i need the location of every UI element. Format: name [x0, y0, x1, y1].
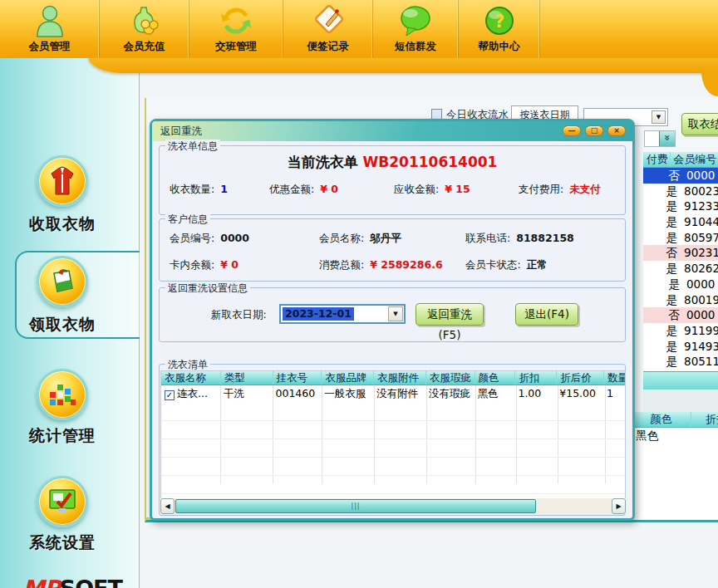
toolbar-item-help[interactable]: ? 帮助中心	[459, 0, 540, 58]
laundry-item-row[interactable]: ✓连衣... 干洗 001460 一般衣服 没有附件 没有瑕疵 黑色 1.00 …	[161, 385, 625, 402]
horizontal-scrollbar: ◀ ||| ▶	[160, 498, 626, 514]
member-name-field: 会员名称:邬丹平	[319, 232, 401, 246]
sidebar-item-pickup-clothes[interactable]: 领取衣物	[0, 314, 125, 336]
redo-wash-button[interactable]: 返回重洗(F5)	[416, 303, 484, 326]
current-order-heading: 当前洗衣单 WB20110614001	[160, 153, 625, 172]
maximize-button[interactable]: □	[585, 125, 603, 136]
toolbar-band	[88, 56, 718, 73]
laundry-table-header: 衣服名称 类型 挂衣号 衣服品牌 衣服附件 衣服瑕疵 颜色 折扣 折后价 数量	[161, 371, 625, 385]
table-row[interactable]: 否90231	[643, 245, 718, 261]
help-icon: ?	[459, 2, 539, 39]
laundry-table: 衣服名称 类型 挂衣号 衣服品牌 衣服附件 衣服瑕疵 颜色 折扣 折后价 数量 …	[160, 370, 626, 501]
toolbar: 会员管理 会员充值 交班管理	[0, 0, 718, 58]
scroll-left-icon[interactable]: ◀	[160, 498, 175, 514]
toolbar-item-sms[interactable]: 短信群发	[373, 0, 459, 58]
phone-field: 联系电话:81882158	[465, 232, 574, 246]
exit-button[interactable]: 退出(F4)	[515, 303, 578, 326]
new-pickup-date-label: 新取衣日期:	[211, 308, 267, 322]
sidebar: 收取衣物 领取衣物 统计管理	[0, 58, 140, 588]
chevron-down-icon[interactable]: ▼	[652, 110, 666, 124]
receive-count-field: 收衣数量:1	[170, 183, 228, 197]
sidebar-item-system-settings[interactable]: 系统设置	[0, 532, 125, 554]
recharge-icon	[100, 2, 189, 39]
scrollbar-thumb[interactable]: |||	[175, 499, 536, 513]
table-row[interactable]: 是80597	[643, 230, 718, 246]
laundry-list-group: 洗衣清单 衣服名称 类型 挂衣号 衣服品牌 衣服附件 衣服瑕疵 颜色 折扣 折后…	[159, 364, 626, 516]
member-icon	[0, 2, 99, 39]
table-row[interactable]: 黑色	[632, 428, 718, 443]
pickup-clothes-icon[interactable]	[37, 256, 88, 307]
discount-amount-field: 优惠金额:¥ 0	[269, 183, 338, 197]
mpsoft-logo: MPSOFT	[10, 576, 135, 588]
order-number: WB20110614001	[363, 154, 498, 170]
app-window: 会员管理 会员充值 交班管理	[0, 0, 718, 588]
scroll-right-icon[interactable]: ▶	[612, 498, 626, 514]
settings-icon[interactable]	[37, 476, 88, 527]
items-table: 颜色 折扣 黑色	[632, 412, 718, 443]
orders-table-header: 付费 会员编号	[643, 152, 718, 168]
member-id-field: 会员编号:0000	[170, 232, 249, 246]
toolbar-item-shift-manage[interactable]: 交班管理	[189, 0, 283, 58]
double-chevron-icon[interactable]: »	[659, 131, 675, 146]
notes-icon	[283, 2, 372, 39]
toolbar-item-member-manage[interactable]: 会员管理	[0, 0, 100, 58]
redo-settings-group: 返回重洗设置信息 新取衣日期: 2023-12-01 ▼ 返回重洗(F5) 退出…	[159, 287, 626, 342]
settle-pickup-button[interactable]: 取衣结单	[681, 113, 718, 135]
card-balance-field: 卡内余额:¥ 0	[170, 258, 239, 272]
card-status-field: 会员卡状态:正常	[465, 258, 548, 272]
date-spinner[interactable]: »	[644, 130, 676, 147]
orders-table: 付费 会员编号 否0000 是80023 是91233 是91044 是8059…	[643, 152, 718, 385]
due-amount-field: 应收金额:¥ 15	[394, 183, 470, 197]
row-checkbox[interactable]: ✓	[165, 390, 175, 400]
window-controls: — □ ×	[563, 125, 626, 136]
svg-text:?: ?	[494, 12, 504, 32]
minimize-button[interactable]: —	[563, 125, 581, 136]
toolbar-curl	[701, 71, 718, 96]
toolbar-item-notes[interactable]: 便签记录	[283, 0, 373, 58]
sidebar-item-receive-clothes[interactable]: 收取衣物	[0, 213, 125, 235]
payment-status-field: 支付费用:未支付	[519, 183, 601, 197]
close-button[interactable]: ×	[607, 125, 626, 136]
table-row[interactable]: 是80019	[643, 292, 718, 308]
section-gap	[643, 390, 718, 412]
table-row[interactable]: 否0000	[643, 307, 718, 323]
redo-wash-dialog: 返回重洗 — □ × 洗衣单信息 当前洗衣单 WB20110614001 收衣数…	[150, 119, 635, 521]
date-value-selected[interactable]: 2023-12-01	[283, 307, 354, 321]
table-row[interactable]: 是91044	[643, 214, 718, 230]
shift-icon	[189, 2, 283, 39]
stats-icon[interactable]	[37, 369, 88, 420]
table-row[interactable]: 是80023	[643, 184, 718, 199]
table-row[interactable]: 是0000	[643, 277, 718, 292]
sidebar-item-stats-manage[interactable]: 统计管理	[0, 425, 125, 447]
table-row[interactable]: 否0000	[643, 168, 718, 184]
total-spent-field: 消费总额:¥ 2589286.6	[319, 258, 443, 272]
customer-info-group: 客户信息 会员编号:0000 会员名称:邬丹平 联系电话:81882158 卡内…	[159, 218, 626, 282]
table-row[interactable]: 是80262	[643, 261, 718, 277]
orders-summary-band	[643, 371, 718, 390]
order-info-group: 洗衣单信息 当前洗衣单 WB20110614001 收衣数量:1 优惠金额:¥ …	[159, 145, 626, 215]
table-row[interactable]: 是91493	[643, 339, 718, 355]
dialog-title: 返回重洗	[160, 121, 202, 141]
dialog-titlebar[interactable]: 返回重洗 — □ ×	[152, 121, 632, 141]
new-pickup-date-combobox[interactable]: 2023-12-01 ▼	[279, 304, 406, 324]
table-row[interactable]: 是91233	[643, 198, 718, 214]
sms-icon	[373, 2, 458, 39]
chevron-down-icon[interactable]: ▼	[388, 306, 403, 321]
toolbar-item-member-recharge[interactable]: 会员充值	[100, 0, 189, 58]
table-row[interactable]: 是80511	[643, 354, 718, 370]
items-table-header: 颜色 折扣	[632, 412, 718, 428]
table-row[interactable]: 是91199	[643, 323, 718, 339]
receive-clothes-icon[interactable]	[37, 155, 88, 207]
